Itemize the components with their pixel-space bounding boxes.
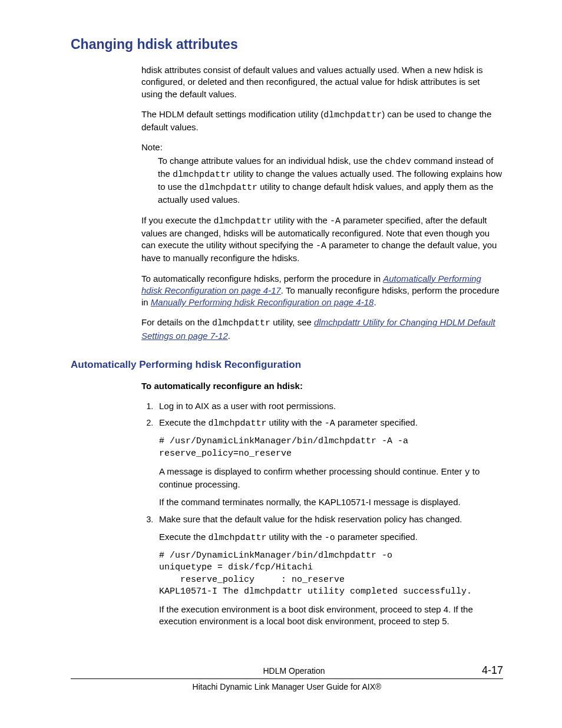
text: parameter specified.	[335, 417, 418, 427]
text: utility with the	[266, 532, 324, 542]
list-item: Log in to AIX as a user with root permis…	[156, 400, 503, 412]
text: .	[373, 297, 376, 307]
text: Execute the	[159, 417, 208, 427]
text: The HDLM default settings modification u…	[141, 109, 323, 119]
heading-1: Changing hdisk attributes	[71, 35, 503, 54]
page-footer: HDLM Operation 4-17 Hitachi Dynamic Link…	[71, 663, 503, 693]
text: Log in to AIX as a user with root permis…	[159, 401, 336, 411]
inline-code: dlmchpdattr	[214, 216, 272, 226]
paragraph: To automatically reconfigure hdisks, per…	[141, 273, 503, 309]
inline-code: -A	[325, 419, 335, 429]
footer-section-title: HDLM Operation	[106, 666, 482, 677]
list-item: Execute the dlmchpdattr utility with the…	[156, 417, 503, 509]
text: utility with the	[272, 215, 330, 225]
step-note: A message is displayed to confirm whethe…	[159, 466, 503, 491]
text: For details on the	[141, 317, 212, 327]
page-number: 4-17	[482, 663, 503, 677]
ordered-list: Log in to AIX as a user with root permis…	[141, 400, 503, 628]
code-block: # /usr/DynamicLinkManager/bin/dlmchpdatt…	[159, 550, 503, 598]
text: utility, see	[270, 317, 314, 327]
text: .	[228, 331, 230, 341]
paragraph: For details on the dlmchpdattr utility, …	[141, 317, 503, 342]
list-item: Make sure that the default value for the…	[156, 513, 503, 628]
inline-code: y	[465, 467, 470, 477]
paragraph: hdisk attributes consist of default valu…	[141, 64, 503, 100]
note-body: To change attribute values for an indivi…	[158, 155, 503, 206]
inline-code: -A	[316, 241, 326, 251]
paragraph: If you execute the dlmchpdattr utility w…	[141, 215, 503, 265]
cross-reference-link[interactable]: Manually Performing hdisk Reconfiguratio…	[151, 297, 374, 307]
content-body: hdisk attributes consist of default valu…	[141, 64, 503, 342]
sub-heading-bold: To automatically reconfigure an hdisk:	[141, 380, 503, 392]
paragraph: The HDLM default settings modification u…	[141, 108, 503, 134]
inline-code: dlmchpdattr	[208, 419, 266, 429]
note-label: Note:	[141, 141, 503, 153]
text: A message is displayed to confirm whethe…	[159, 466, 465, 476]
content-body: To automatically reconfigure an hdisk: L…	[141, 380, 503, 628]
inline-code: dlmchpdattr	[208, 533, 266, 543]
inline-code: dlmchpdattr	[323, 110, 382, 120]
code-block: # /usr/DynamicLinkManager/bin/dlmchpdatt…	[159, 436, 503, 460]
inline-code: dlmchpdattr	[199, 183, 257, 193]
inline-code: dlmchpdattr	[173, 170, 231, 180]
heading-2: Automatically Performing hdisk Reconfigu…	[71, 358, 503, 372]
step-note: Execute the dlmchpdattr utility with the…	[159, 531, 503, 544]
step-note: If the command terminates normally, the …	[159, 496, 503, 508]
text: To change attribute values for an indivi…	[158, 156, 385, 166]
footer-book-title: Hitachi Dynamic Link Manager User Guide …	[71, 681, 503, 693]
step-note: If the execution environment is a boot d…	[159, 604, 503, 628]
footer-rule	[71, 678, 503, 679]
text: Make sure that the default value for the…	[159, 514, 462, 524]
inline-code: -o	[325, 533, 335, 543]
text: parameter specified.	[335, 532, 418, 542]
text: Execute the	[159, 532, 208, 542]
text: If you execute the	[141, 215, 214, 225]
inline-code: chdev	[385, 157, 411, 167]
inline-code: -A	[330, 216, 340, 226]
text: To automatically reconfigure hdisks, per…	[141, 274, 383, 284]
inline-code: dlmchpdattr	[212, 318, 270, 328]
text: utility with the	[266, 417, 324, 427]
